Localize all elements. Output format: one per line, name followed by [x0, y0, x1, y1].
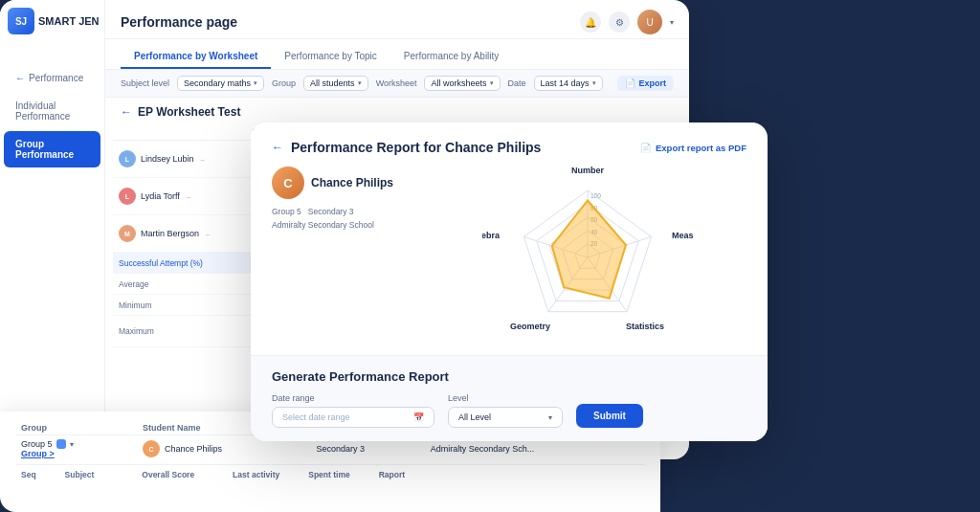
group-label: Group Performance	[15, 139, 89, 160]
report-student-school: Admiralty Secondary School	[272, 218, 415, 232]
student-cell: M Martin Bergson –	[113, 215, 228, 253]
tab-ability[interactable]: Performance by Ability	[390, 45, 513, 69]
logo-text: SMART JEN	[38, 15, 100, 27]
gear-icon[interactable]: ⚙	[609, 11, 630, 33]
individual-label: Individual Performance	[15, 100, 89, 122]
student-cell: L Lindsey Lubin –	[113, 141, 228, 178]
sidebar-nav: ← Performance Individual Performance Gro…	[0, 65, 104, 167]
tab-worksheet[interactable]: Performance by Worksheet	[121, 45, 271, 69]
report-body: C Chance Philips Group 5 Secondary 3 Adm…	[272, 167, 746, 344]
group-chevron-icon: ▾	[70, 440, 74, 449]
date-select[interactable]: Last 14 days ▾	[534, 76, 603, 91]
performance-report-modal: ← Performance Report for Chance Philips …	[251, 122, 768, 441]
sub-col-activity: Last activity	[233, 470, 279, 479]
export-pdf-button[interactable]: 📄 Export report as PDF	[640, 143, 746, 153]
report-student-name: Chance Philips	[311, 176, 393, 189]
stat-label: Average	[113, 274, 228, 295]
subject-label: Subject level	[121, 78, 169, 88]
student-level: Secondary 3	[308, 207, 354, 216]
sidebar-performance-label: Performance	[29, 73, 83, 83]
generate-title: Generate Performance Report	[272, 369, 746, 384]
level-value: All Level	[458, 412, 491, 422]
sidebar: SJ SMART JEN ← Performance Individual Pe…	[0, 0, 105, 459]
report-top-section: ← Performance Report for Chance Philips …	[251, 122, 768, 355]
group-value: All students	[310, 78, 355, 88]
report-title-text: Performance Report for Chance Philips	[291, 140, 541, 155]
date-range-field: Date range Select date range 📅	[272, 393, 434, 428]
topbar-icons: 🔔 ⚙ U ▾	[580, 10, 674, 34]
radar-chart-area: Number Measurements Statistics Geometry …	[429, 167, 746, 344]
level-label: Level	[448, 393, 563, 403]
export-button[interactable]: 📄 Export	[617, 76, 674, 91]
stat-label: Successful Attempt (%)	[113, 253, 228, 274]
level-select[interactable]: All Level ▾	[448, 407, 563, 428]
report-student-info: C Chance Philips Group 5 Secondary 3 Adm…	[272, 167, 415, 344]
student-group: Group 5	[272, 207, 301, 216]
date-chevron-icon: ▾	[592, 79, 596, 87]
worksheet-chevron-icon: ▾	[490, 79, 494, 87]
svg-text:Number: Number	[571, 167, 605, 175]
report-title: ← Performance Report for Chance Philips	[272, 140, 541, 155]
logo-area: SJ SMART JEN	[8, 8, 100, 34]
report-back-icon[interactable]: ←	[272, 141, 283, 154]
date-value: Last 14 days	[541, 78, 590, 88]
export-file-icon: 📄	[625, 78, 635, 88]
group-more-link[interactable]: Group >	[21, 449, 55, 458]
export-pdf-icon: 📄	[640, 143, 652, 153]
logo-icon: SJ	[8, 8, 34, 34]
subject-chevron-icon: ▾	[254, 79, 257, 87]
sidebar-item-group[interactable]: Group Performance	[4, 131, 100, 167]
date-range-input[interactable]: Select date range 📅	[272, 407, 434, 428]
svg-text:Algebra: Algebra	[482, 231, 501, 240]
tabs: Performance by Worksheet Performance by …	[105, 39, 689, 70]
stat-label: Minimum	[113, 295, 228, 316]
group-label: Group	[272, 78, 296, 88]
export-label: Export	[638, 78, 666, 88]
topbar: Performance page 🔔 ⚙ U ▾	[105, 0, 689, 39]
generate-row: Date range Select date range 📅 Level All…	[272, 393, 746, 428]
subject-select[interactable]: Secondary maths ▾	[177, 76, 264, 91]
sub-col-score: Overall Score	[142, 470, 194, 479]
calendar-icon: 📅	[413, 412, 424, 422]
report-header: ← Performance Report for Chance Philips …	[272, 140, 746, 155]
group-badge: Group 5 ▾	[21, 439, 74, 449]
performance-back-icon: ←	[15, 73, 25, 83]
date-range-label: Date range	[272, 393, 434, 403]
bell-icon[interactable]: 🔔	[580, 11, 601, 33]
sub-col-subject: Subject	[65, 470, 95, 479]
group-color-dot	[56, 439, 66, 449]
worksheet-select[interactable]: All worksheets ▾	[424, 76, 500, 91]
radar-chart: Number Measurements Statistics Geometry …	[482, 167, 693, 344]
page-title: Performance page	[121, 14, 237, 30]
student-group-cell: Group 5 ▾ Group >	[15, 435, 137, 463]
student-cell: L Lydia Torff –	[113, 178, 228, 215]
student-name: Chance Philips	[165, 444, 222, 454]
worksheet-back-icon[interactable]: ←	[121, 105, 132, 119]
export-pdf-label: Export report as PDF	[656, 143, 746, 153]
tab-topic[interactable]: Performance by Topic	[271, 45, 390, 69]
worksheet-value: All worksheets	[431, 78, 486, 88]
generate-section: Generate Performance Report Date range S…	[251, 355, 768, 441]
group-select[interactable]: All students ▾	[303, 76, 368, 91]
sub-col-seq: Seq	[21, 470, 36, 479]
svg-text:Statistics: Statistics	[626, 322, 664, 331]
filters-bar: Subject level Secondary maths ▾ Group Al…	[105, 70, 689, 98]
sidebar-item-individual[interactable]: Individual Performance	[4, 93, 100, 129]
report-student-group: Group 5 Secondary 3	[272, 205, 415, 218]
avatar-chevron: ▾	[670, 18, 674, 27]
sidebar-item-performance[interactable]: ← Performance	[4, 65, 100, 91]
student-mini-avatar: C	[143, 440, 160, 457]
sub-col-time: Spent time	[308, 470, 349, 479]
worksheet-title: EP Worksheet Test	[138, 105, 240, 119]
col-group: Group	[15, 421, 137, 435]
date-range-placeholder: Select date range	[282, 412, 350, 422]
svg-marker-50	[552, 201, 626, 299]
user-avatar[interactable]: U	[637, 10, 662, 34]
group-name: Group 5	[21, 439, 53, 449]
svg-text:Geometry: Geometry	[510, 322, 550, 331]
sub-col-report: Raport	[379, 470, 405, 479]
group-chevron-icon: ▾	[358, 79, 362, 87]
level-field: Level All Level ▾	[448, 393, 563, 428]
date-label: Date	[508, 78, 526, 88]
submit-button[interactable]: Submit	[576, 404, 643, 428]
